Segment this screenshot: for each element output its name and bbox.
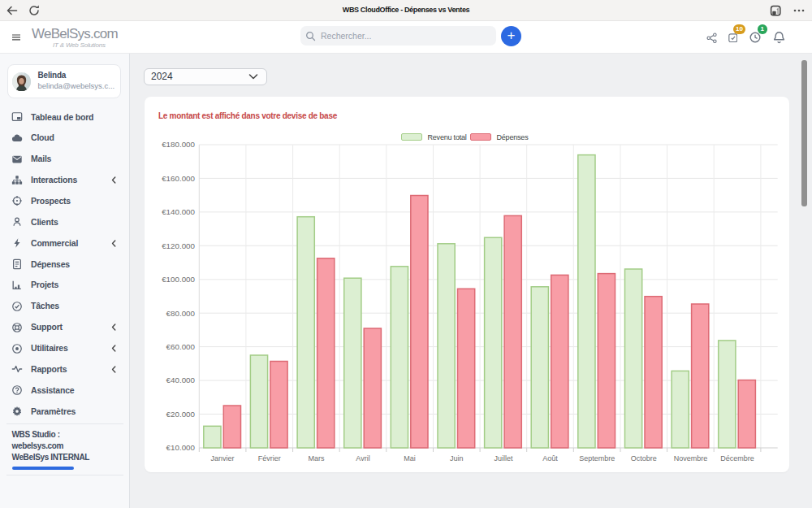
svg-text:Janvier: Janvier [211, 454, 235, 462]
svg-text:Février: Février [258, 454, 281, 462]
svg-text:Décembre: Décembre [720, 454, 754, 462]
svg-text:€140.000: €140.000 [162, 207, 195, 216]
svg-text:Novembre: Novembre [674, 454, 708, 462]
svg-text:€120.000: €120.000 [162, 241, 195, 250]
svg-text:€10.000: €10.000 [166, 443, 196, 452]
svg-text:€40.000: €40.000 [166, 376, 196, 384]
svg-text:€100.000: €100.000 [162, 275, 195, 284]
svg-text:Mai: Mai [404, 454, 416, 462]
svg-text:€80.000: €80.000 [166, 309, 196, 318]
svg-text:Août: Août [542, 454, 558, 462]
svg-text:€180.000: €180.000 [162, 140, 195, 149]
svg-text:Octobre: Octobre [631, 454, 657, 462]
svg-text:Juillet: Juillet [494, 454, 513, 462]
svg-text:€160.000: €160.000 [162, 174, 195, 183]
svg-text:€60.000: €60.000 [166, 342, 196, 351]
svg-text:Mars: Mars [308, 454, 324, 462]
svg-text:Avril: Avril [356, 454, 369, 462]
svg-text:Juin: Juin [450, 454, 464, 462]
svg-text:€20.000: €20.000 [166, 410, 196, 419]
svg-text:Septembre: Septembre [579, 454, 615, 462]
